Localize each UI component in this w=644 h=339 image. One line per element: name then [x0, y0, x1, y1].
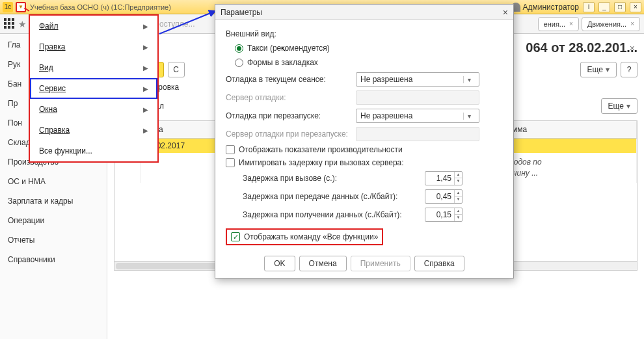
debug-restart-select[interactable]: Не разрешена▾ [356, 109, 479, 123]
apply-button[interactable]: Применить [351, 256, 410, 271]
dialog-title: Параметры [221, 8, 262, 17]
appearance-label: Внешний вид: [226, 29, 503, 38]
delay-recv-input[interactable]: 0,15 ▲▼ [425, 208, 463, 222]
minimize-icon[interactable]: _ [598, 2, 610, 12]
debug-server-restart-label: Сервер отладки при перезапуске: [226, 129, 356, 139]
all-functions-checkbox[interactable]: ✓ Отображать команду «Все функции» [226, 228, 383, 245]
simulate-delay-checkbox[interactable]: Имитировать задержку при вызовах сервера… [226, 158, 503, 167]
window-title: Учебная база ОСНО (ч) (1С:Предприятие) [30, 3, 171, 11]
cancel-button[interactable]: Отмена [299, 256, 347, 271]
help-button[interactable]: ? [621, 62, 637, 77]
menu-service[interactable]: Сервис▶ [30, 78, 157, 99]
[interactable]: Справка [414, 256, 464, 271]
debug-server-restart-input [356, 127, 479, 141]
ok-button[interactable]: OK [264, 256, 295, 271]
dialog-footer: OK Отмена Применить Справка [215, 251, 513, 278]
close-icon[interactable]: × [503, 7, 508, 18]
close-icon[interactable]: × [630, 43, 635, 53]
debug-server-label: Сервер отладки: [226, 93, 356, 102]
main-menu-popup: Файл▶ Правка▶ Вид▶ Сервис▶ Окна▶ Справка… [29, 14, 159, 163]
info-icon[interactable]: i [583, 2, 595, 12]
sidebar-item-fixed-assets[interactable]: ОС и НМА [0, 172, 107, 191]
dialog-title-bar[interactable]: Параметры × [215, 5, 513, 20]
close-icon[interactable]: × [630, 2, 641, 12]
app-1c-icon: 1c [3, 2, 13, 12]
menu-file[interactable]: Файл▶ [30, 16, 157, 36]
close-icon[interactable]: × [569, 20, 573, 27]
star-icon[interactable]: ★ [18, 19, 27, 29]
main-menu-dropdown-icon[interactable]: ▼ [16, 2, 26, 12]
more-button-2[interactable]: Еще▾ [601, 98, 637, 114]
sidebar-item-operations[interactable]: Операции [0, 211, 107, 230]
radio-icon [235, 44, 243, 53]
debug-session-select[interactable]: Не разрешена▾ [356, 72, 479, 87]
sidebar-item-salary[interactable]: Зарплата и кадры [0, 191, 107, 211]
tab-movements-1[interactable]: ения... × [538, 17, 579, 31]
col-sum[interactable]: мма [507, 121, 637, 138]
refresh-button[interactable]: С [168, 62, 185, 77]
maximize-icon[interactable]: □ [614, 2, 626, 12]
checkbox-icon [226, 145, 235, 154]
sidebar-item-reports[interactable]: Отчеты [0, 230, 107, 250]
checkbox-icon [226, 158, 235, 167]
user-label[interactable]: Администратор [511, 3, 579, 12]
perf-indicators-checkbox[interactable]: Отображать показатели производительности [226, 145, 503, 154]
tab-movements-2[interactable]: Движения... × [582, 17, 640, 31]
checkbox-checked-icon: ✓ [231, 232, 240, 241]
delay-call-label: Задержка при вызове (с.): [243, 174, 425, 183]
delay-recv-label: Задержка при получении данных (с./Кбайт)… [243, 210, 425, 219]
menu-view[interactable]: Вид▶ [30, 57, 157, 78]
apps-grid-icon[interactable] [4, 18, 16, 30]
delay-send-input[interactable]: 0,45 ▲▼ [425, 189, 463, 204]
parameters-dialog: Параметры × Внешний вид: Такси (рекоменд… [215, 4, 514, 278]
delay-send-label: Задержка при передаче данных (с./Кбайт): [243, 192, 425, 201]
menu-edit[interactable]: Правка▶ [30, 36, 157, 57]
debug-server-input [356, 90, 479, 105]
close-icon[interactable]: × [630, 20, 634, 27]
more-button[interactable]: Еще▾ [580, 62, 617, 77]
breadcrumb-fragment: оступле... [159, 20, 195, 29]
radio-tabs[interactable]: Формы в закладках [235, 58, 503, 67]
menu-help[interactable]: Справка▶ [30, 120, 157, 141]
menu-all-functions[interactable]: Все функции... [30, 141, 157, 161]
radio-taxi[interactable]: Такси (рекомендуется) ↖ [235, 44, 503, 53]
debug-restart-label: Отладка при перезапуске: [226, 111, 356, 120]
sidebar-item-catalogs[interactable]: Справочники [0, 250, 107, 269]
debug-session-label: Отладка в текущем сеансе: [226, 75, 356, 84]
radio-icon [235, 59, 243, 67]
delay-call-input[interactable]: 1,45 ▲▼ [425, 171, 463, 185]
menu-windows[interactable]: Окна▶ [30, 99, 157, 120]
